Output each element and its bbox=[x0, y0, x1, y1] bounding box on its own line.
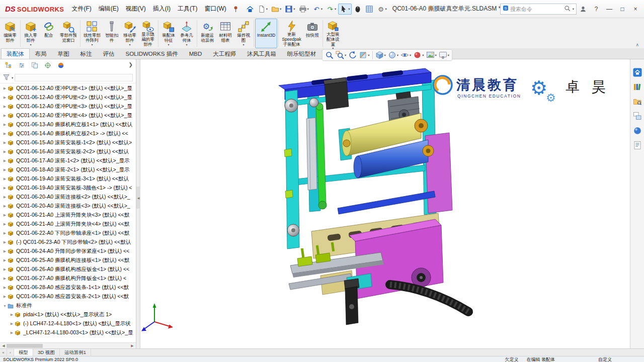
maximize-button[interactable]: □ bbox=[616, 3, 629, 16]
menu-item-5[interactable]: 窗口(W) bbox=[201, 3, 229, 15]
hide-show-items-button[interactable]: ▾ bbox=[399, 50, 412, 60]
ribbon-tab-3[interactable]: 标注 bbox=[75, 48, 98, 59]
expander-collapsed-icon[interactable]: ▶ bbox=[2, 114, 8, 118]
resources-tab[interactable] bbox=[632, 67, 642, 77]
ribbon-collapse-icon[interactable]: ∧ bbox=[635, 42, 639, 47]
expander-collapsed-icon[interactable]: ▶ bbox=[2, 177, 8, 181]
tree-item[interactable]: ▶QC01-06-17-A0 滚筒-1<2> (默认) <<默认>_显示 bbox=[0, 156, 136, 165]
expander-collapsed-icon[interactable]: ▶ bbox=[2, 277, 8, 281]
tree-item[interactable]: ▶QC01-06-12-A0 缓冲PU垫<3> (默认) <<默认>_显 bbox=[0, 102, 136, 111]
expander-expanded-icon[interactable]: ▼ bbox=[2, 304, 8, 308]
view-settings-button[interactable]: ⚙▾ bbox=[438, 50, 450, 60]
expander-collapsed-icon[interactable]: ▶ bbox=[2, 213, 8, 217]
large-assembly-button[interactable]: 大型装 配体设 置▾ bbox=[324, 19, 342, 48]
undo-button[interactable]: ↶▾ bbox=[311, 4, 324, 15]
menu-item-2[interactable]: 视图(V) bbox=[122, 3, 149, 15]
zoom-fit-button[interactable] bbox=[324, 50, 335, 60]
edit-component-button[interactable]: ✎编辑零 部件 bbox=[1, 19, 19, 48]
redo-button[interactable]: ↷▾ bbox=[325, 4, 338, 15]
model-canvas[interactable]: 清晨教育 QINGCHEN EDUCATION ⚙ ⚙ 卓 昊 bbox=[140, 59, 630, 348]
tree-item[interactable]: ▼标准件 bbox=[0, 301, 136, 310]
panel-splitter[interactable]: ◀ bbox=[136, 59, 140, 348]
expander-collapsed-icon[interactable]: ▶ bbox=[2, 132, 8, 136]
tree-item[interactable]: ▶QC01-06-12-A0 缓冲PU垫<4> (默认) <<默认>_显 bbox=[0, 111, 136, 120]
tree-item[interactable]: ▶QC01-06-26-A0 撕膜机构感应钣金<1> (默认) << bbox=[0, 265, 136, 274]
tree-hscrollbar[interactable]: ◀ ▶ bbox=[0, 342, 136, 348]
ribbon-tab-0[interactable]: 装配体 bbox=[1, 48, 30, 59]
tree-item[interactable]: ▶QC01-06-14-A0 撕膜机构立板2<1> -> (默认) << bbox=[0, 129, 136, 138]
3d-mouse-button[interactable] bbox=[352, 4, 363, 15]
tree-item[interactable]: ▶QC01-06-15-A0 滚筒安装板-1<2> (默认) <<默认> bbox=[0, 138, 136, 147]
expander-collapsed-icon[interactable]: ▶ bbox=[2, 204, 8, 208]
tree-item[interactable]: ▶QC01-06-21-A0 上滚筒升降夹块<3> (默认) <<默 bbox=[0, 211, 136, 220]
search-icon[interactable] bbox=[564, 5, 571, 13]
displaymanager-tab[interactable] bbox=[57, 62, 64, 70]
tree-item[interactable]: ▶QC01-06-21-A0 上滚筒升降夹块<4> (默认) <<默 bbox=[0, 220, 136, 229]
graphics-area[interactable]: 清晨教育 QINGCHEN EDUCATION ⚙ ⚙ 卓 昊 bbox=[140, 59, 630, 348]
filter-caret-icon[interactable]: ▾ bbox=[12, 76, 13, 80]
previous-view-button[interactable] bbox=[347, 50, 358, 60]
expander-collapsed-icon[interactable]: ▶ bbox=[2, 195, 8, 199]
options-button[interactable]: ⚙▾ bbox=[375, 4, 388, 15]
tree-item[interactable]: ▶QC01-06-20-A0 滚筒连接板<3> (默认) <<默认>_ bbox=[0, 202, 136, 211]
print-button[interactable]: ▾ bbox=[297, 4, 310, 15]
tree-item[interactable]: ▶QC01-06-25-A0 撕膜机构连接板<1> (默认) <<默 bbox=[0, 256, 136, 265]
new-document-button[interactable]: ▾ bbox=[256, 4, 269, 15]
help-button[interactable]: ? bbox=[590, 3, 603, 16]
model-black-bracket[interactable] bbox=[344, 279, 359, 325]
save-button[interactable]: ▾ bbox=[283, 4, 296, 15]
smart-fasteners-button[interactable]: 智能扣 件 bbox=[103, 19, 121, 48]
update-speedpak-button[interactable]: 更新 Speedpak 子装配体 bbox=[280, 19, 303, 48]
model-cross-plate[interactable] bbox=[338, 191, 435, 214]
expander-collapsed-icon[interactable]: ▶ bbox=[2, 86, 8, 90]
insert-components-button[interactable]: +插入零 部件▾ bbox=[22, 19, 40, 48]
tree-item[interactable]: ▶QC01-06-12-A0 缓冲PU垫<1> (默认) <<默认>_显 bbox=[0, 84, 136, 93]
tree-item[interactable]: ▶QC01-06-16-A0 滚筒安装板-2<2> (默认) <<默认 bbox=[0, 147, 136, 156]
show-hidden-button[interactable]: 显示隐 藏的零 部件 bbox=[139, 19, 157, 48]
configurationmanager-tab[interactable] bbox=[31, 62, 38, 70]
model-right-plate[interactable] bbox=[425, 133, 452, 213]
move-component-button[interactable]: 移动零 部件▾ bbox=[121, 19, 139, 48]
tree-item[interactable]: ▶(-) LCH47-12-4-L180<1> (默认) <默认_显示状 bbox=[0, 319, 136, 328]
user-account-button[interactable] bbox=[577, 3, 590, 16]
tree-item[interactable]: ▶_LCH47-12-4-L180-003<1> (默认) <<默认>_显 bbox=[0, 328, 136, 337]
bottom-tab-2[interactable]: 运动算例1 bbox=[60, 349, 91, 356]
menu-item-0[interactable]: 文件(F) bbox=[68, 3, 95, 15]
expander-collapsed-icon[interactable]: ▶ bbox=[2, 105, 8, 109]
ribbon-tab-8[interactable]: 沐风工具箱 bbox=[242, 48, 282, 59]
expander-collapsed-icon[interactable]: ▶ bbox=[2, 123, 8, 127]
sheet-nav-icon-1[interactable]: ‹ bbox=[7, 349, 14, 356]
sheet-nav-icon-0[interactable]: « bbox=[0, 349, 7, 356]
minimize-button[interactable]: — bbox=[603, 3, 616, 16]
model-stepper-motor-left[interactable] bbox=[324, 77, 349, 110]
expander-collapsed-icon[interactable]: ▶ bbox=[9, 322, 15, 326]
appearances-tab[interactable] bbox=[632, 126, 642, 136]
menu-item-4[interactable]: 工具(T) bbox=[174, 3, 201, 15]
custom-properties-tab[interactable] bbox=[632, 140, 642, 150]
expander-collapsed-icon[interactable]: ▶ bbox=[2, 159, 8, 163]
view-palette-tab[interactable] bbox=[632, 111, 642, 121]
take-snapshot-button[interactable]: 拍快照 bbox=[303, 19, 321, 48]
command-search[interactable]: S ▾ bbox=[500, 4, 577, 15]
expander-collapsed-icon[interactable]: ▶ bbox=[2, 249, 8, 253]
tree-item[interactable]: ▶QC01-06-24-A0 升降同步带张紧座<1> (默认) << bbox=[0, 247, 136, 256]
zoom-area-button[interactable]: ▾ bbox=[335, 50, 347, 60]
expander-collapsed-icon[interactable]: ▶ bbox=[9, 331, 15, 335]
edit-appearance-button[interactable]: ▾ bbox=[412, 50, 425, 60]
exploded-view-button[interactable]: 爆炸视 图▾ bbox=[234, 19, 253, 48]
linear-pattern-button[interactable]: 线性零部 件阵列▾ bbox=[82, 19, 103, 48]
tree-item[interactable]: ▶(-) QC01-06-23-A0 下同步带轴<2> (默认) <<默认 bbox=[0, 238, 136, 247]
pin-menu-icon[interactable] bbox=[232, 6, 239, 13]
ribbon-tab-2[interactable]: 草图 bbox=[52, 48, 75, 59]
expander-collapsed-icon[interactable]: ▶ bbox=[2, 186, 8, 190]
tree-item[interactable]: ▶QC01-06-27-A0 撕膜机构升降钣金<1> (默认) < bbox=[0, 274, 136, 283]
expander-collapsed-icon[interactable]: ▶ bbox=[2, 240, 8, 244]
scroll-left-icon[interactable]: ◀ bbox=[1, 344, 7, 348]
tree-item[interactable]: ▶QC01-06-19-A0 滚筒安装板-3<1> (默认) <<默认 bbox=[0, 174, 136, 184]
file-explorer-tab[interactable] bbox=[632, 97, 642, 107]
instant3d-button[interactable]: Instant3D bbox=[255, 19, 277, 48]
expander-collapsed-icon[interactable]: ▶ bbox=[2, 258, 8, 262]
dimxpert-tab[interactable] bbox=[44, 62, 51, 70]
search-caret-icon[interactable]: ▾ bbox=[573, 7, 574, 11]
menu-item-1[interactable]: 编辑(E) bbox=[95, 3, 122, 15]
